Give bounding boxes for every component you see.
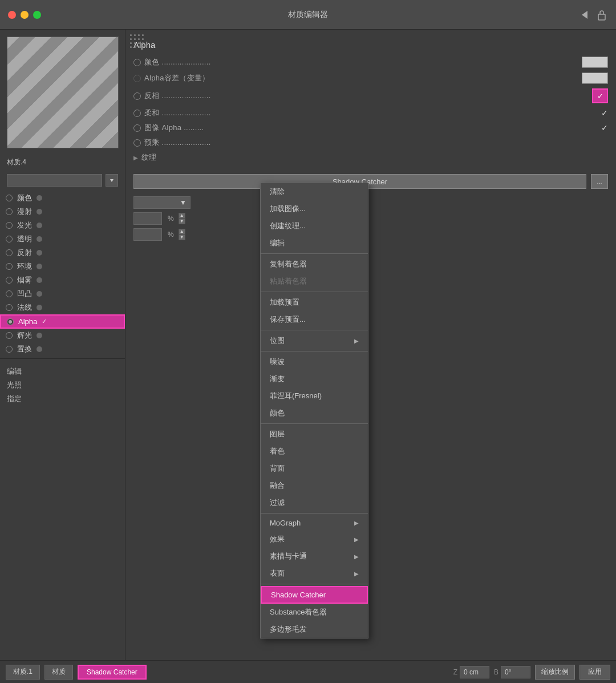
prop-label-invert: 反相 ...................... [144, 91, 592, 101]
pct-label-2: % [168, 231, 174, 239]
channel-radio [6, 332, 13, 339]
menu-sep-7 [261, 584, 368, 584]
percent-field-1[interactable] [133, 212, 162, 225]
channel-item-fog[interactable]: 烟雾 [0, 273, 125, 287]
menu-item-color[interactable]: 颜色 [261, 405, 368, 422]
menu-item-backface[interactable]: 背面 [261, 460, 368, 477]
channel-item-displacement[interactable]: 置换 [0, 342, 125, 356]
channel-item-environment[interactable]: 环境 [0, 260, 125, 273]
channel-dot [37, 209, 42, 215]
soft-check[interactable]: ✓ [601, 108, 608, 118]
image-alpha-check[interactable]: ✓ [601, 123, 608, 132]
menu-item-fresnel[interactable]: 菲涅耳(Fresnel) [261, 387, 368, 405]
titlebar: 材质编辑器 [0, 0, 616, 30]
menu-item-noise[interactable]: 噪波 [261, 353, 368, 370]
menu-item-copy-shader[interactable]: 复制着色器 [261, 256, 368, 273]
menu-item-create-texture[interactable]: 创建纹理... [261, 217, 368, 235]
menu-item-shadow-catcher[interactable]: Shadow Catcher [261, 586, 368, 604]
menu-sep-4 [261, 351, 368, 351]
param-dropdown-1[interactable]: ▼ [133, 196, 191, 209]
menu-item-mograph[interactable]: MoGraph ▶ [261, 515, 368, 531]
tab-shadow-catcher[interactable]: Shadow Catcher [78, 665, 147, 680]
menu-item-layer[interactable]: 图层 [261, 426, 368, 443]
b-input[interactable] [501, 666, 530, 678]
prop-label-soft: 柔和 ...................... [144, 108, 601, 118]
channel-item-glow[interactable]: 发光 [0, 219, 125, 232]
assign-link[interactable]: 指定 [7, 392, 118, 406]
channel-item-alpha[interactable]: Alpha ✓ [0, 314, 125, 329]
menu-item-save-preset[interactable]: 保存预置... [261, 311, 368, 328]
prop-label-image-alpha: 图像 Alpha ......... [144, 123, 601, 133]
edit-link[interactable]: 编辑 [7, 365, 118, 378]
spin-down-1[interactable]: ▼ [179, 219, 185, 224]
menu-item-blend[interactable]: 融合 [261, 477, 368, 494]
prop-radio-invert[interactable] [133, 92, 141, 100]
channel-dot [37, 264, 42, 269]
percent-field-2[interactable] [133, 228, 162, 241]
menu-item-substance[interactable]: Substance着色器 [261, 604, 368, 621]
material-arrow-btn[interactable] [106, 174, 118, 187]
texture-row: ▶ 纹理 [133, 150, 608, 165]
menu-item-gradient[interactable]: 渐变 [261, 370, 368, 387]
channel-item-glow2[interactable]: 辉光 [0, 329, 125, 342]
menu-label-load-image: 加载图像... [270, 204, 306, 214]
prop-row-soft: 柔和 ...................... ✓ [133, 106, 608, 120]
channel-dot [37, 223, 42, 228]
menu-item-load-image[interactable]: 加载图像... [261, 200, 368, 217]
prop-radio-image-alpha[interactable] [133, 124, 141, 132]
channel-item-color[interactable]: 颜色 [0, 191, 125, 205]
menu-item-clear[interactable]: 清除 [261, 183, 368, 200]
spin-arrows-1: ▲ ▼ [179, 213, 185, 224]
spin-up-1[interactable]: ▲ [179, 213, 185, 219]
menu-item-sketch[interactable]: 素描与卡通 ▶ [261, 548, 368, 565]
lighting-link[interactable]: 光照 [7, 378, 118, 392]
channel-radio [6, 195, 13, 201]
ratio-button[interactable]: 缩放比例 [535, 665, 575, 680]
tab-mat1[interactable]: 材质.1 [6, 665, 40, 680]
channel-radio [6, 346, 13, 353]
spin-down-2[interactable]: ▼ [179, 235, 185, 240]
channel-dot [37, 277, 42, 283]
z-input[interactable] [460, 666, 489, 678]
menu-item-load-preset[interactable]: 加载预置 [261, 294, 368, 311]
alpha-tol-swatch[interactable] [582, 72, 608, 84]
menu-item-filter[interactable]: 过滤 [261, 494, 368, 511]
apply-button[interactable]: 应用 [579, 665, 610, 680]
submenu-arrow-sketch: ▶ [354, 553, 359, 560]
menu-item-colorize[interactable]: 着色 [261, 443, 368, 460]
maximize-button[interactable] [33, 11, 41, 19]
svg-rect-1 [598, 14, 605, 20]
tab-mat2[interactable]: 材质 [44, 665, 73, 680]
menu-item-surface[interactable]: 表面 ▶ [261, 565, 368, 582]
invert-check-highlighted[interactable]: ✓ [592, 88, 608, 103]
menu-item-edit[interactable]: 编辑 [261, 235, 368, 252]
channel-item-bump[interactable]: 凹凸 [0, 287, 125, 301]
prop-radio-premultiply[interactable] [133, 139, 141, 147]
menu-item-polygon-hair[interactable]: 多边形毛发 [261, 621, 368, 638]
more-button[interactable]: ... [591, 174, 608, 189]
close-button[interactable] [8, 11, 16, 19]
channel-item-reflection[interactable]: 反射 [0, 246, 125, 260]
prop-radio-alpha-tol[interactable] [133, 75, 141, 82]
texture-label: 纹理 [141, 152, 608, 163]
material-select-input[interactable] [7, 174, 102, 187]
color-swatch[interactable] [582, 56, 608, 68]
prop-radio-color[interactable] [133, 59, 141, 66]
spin-up-2[interactable]: ▲ [179, 229, 185, 235]
menu-sep-2 [261, 292, 368, 292]
menu-item-effects[interactable]: 效果 ▶ [261, 531, 368, 548]
lock-icon[interactable] [595, 9, 608, 21]
channel-radio [6, 263, 13, 270]
channel-item-transparency[interactable]: 透明 [0, 232, 125, 246]
channel-item-normal[interactable]: 法线 [0, 301, 125, 314]
channel-radio-alpha [7, 318, 14, 325]
channel-item-diffuse[interactable]: 漫射 [0, 205, 125, 219]
minimize-button[interactable] [21, 11, 29, 19]
menu-item-paste-shader: 粘贴着色器 [261, 273, 368, 290]
prop-radio-soft[interactable] [133, 110, 141, 117]
prop-label-alpha-tol: Alpha容差（变量） [144, 73, 582, 83]
menu-item-bitmap[interactable]: 位图 ▶ [261, 332, 368, 349]
back-arrow-icon[interactable] [577, 9, 590, 21]
menu-label-sketch: 素描与卡通 [270, 551, 307, 561]
prop-row-premultiply: 预乘 ...................... [133, 135, 608, 150]
